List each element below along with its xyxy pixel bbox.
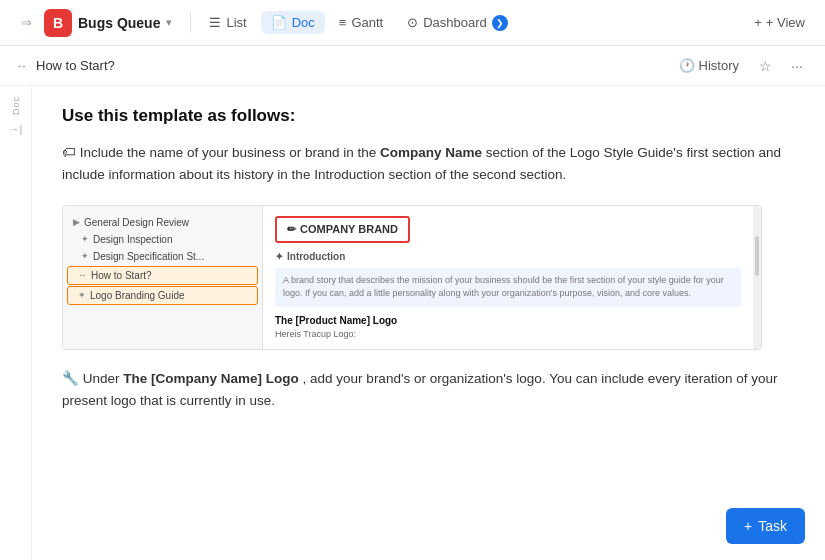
tab-list[interactable]: ☰ List	[199, 11, 256, 34]
intro-badge: ✦ Introduction	[275, 251, 741, 262]
tab-doc[interactable]: 📄 Doc	[261, 11, 325, 34]
sidebar-arrow: →|	[9, 123, 23, 135]
tracup-text: Hereis Tracup Logo:	[275, 329, 741, 339]
breadcrumb-actions: 🕐 History ☆ ···	[673, 54, 809, 78]
tree-item-howtostart: ↔ How to Start?	[67, 266, 258, 285]
embedded-content-panel: ✏ COMPANY BRAND ✦ Introduction A brand s…	[263, 206, 753, 349]
tree-item-logo-branding: ✦ Logo Branding Guide	[67, 286, 258, 305]
tab-list-label: List	[226, 15, 246, 30]
add-view-button[interactable]: + + View	[746, 11, 813, 34]
more-icon: ···	[791, 58, 803, 74]
history-label: History	[699, 58, 739, 73]
embedded-tree-panel: ▶ General Design Review ✦ Design Inspect…	[63, 206, 263, 349]
tree-dot-icon: ✦	[78, 290, 86, 300]
company-brand-text: COMPANY BRAND	[300, 223, 398, 235]
doc-icon: 📄	[271, 15, 287, 30]
paragraph2-prefix: Under	[83, 371, 124, 386]
tab-gantt-label: Gantt	[351, 15, 383, 30]
left-sidebar: Doc →|	[0, 86, 32, 560]
paragraph2-emoji: 🔧	[62, 371, 79, 386]
intro-label: Introduction	[287, 251, 345, 262]
company-brand-label: ✏ COMPANY BRAND	[275, 216, 410, 243]
workspace-logo: B	[44, 9, 72, 37]
nav-divider	[190, 13, 191, 33]
tree-arrows-icon: ↔	[78, 270, 87, 280]
embedded-scrollbar	[753, 206, 761, 349]
paragraph1-text: Include the name of your business or bra…	[76, 145, 380, 160]
paragraph1-emoji: 🏷	[62, 145, 76, 160]
tree-item-inspection: ✦ Design Inspection	[63, 231, 262, 248]
doc-heading: Use this template as follows:	[62, 106, 785, 126]
top-navigation: ⇒ B Bugs Queue ▾ ☰ List 📄 Doc ≡ Gantt ⊙ …	[0, 0, 825, 46]
brand-story-text: A brand story that describes the mission…	[275, 268, 741, 307]
view-label: + View	[766, 15, 805, 30]
product-logo-label: The [Product Name] Logo	[275, 315, 741, 326]
task-plus-icon: +	[744, 518, 752, 534]
star-icon: ☆	[759, 58, 772, 74]
tab-gantt[interactable]: ≡ Gantt	[329, 11, 393, 34]
doc-content: Use this template as follows: 🏷 Include …	[32, 86, 825, 560]
workspace-name: Bugs Queue	[78, 15, 160, 31]
tree-item-specification: ✦ Design Specification St...	[63, 248, 262, 265]
dashboard-badge: ❯	[492, 15, 508, 31]
star-button[interactable]: ☆	[753, 54, 777, 78]
paragraph2-bold: The [Company Name] Logo	[123, 371, 299, 386]
tree-expand-icon: ▶	[73, 217, 80, 227]
history-clock-icon: 🕐	[679, 58, 695, 73]
tree-item-general-design: ▶ General Design Review	[63, 214, 262, 231]
plus-icon: +	[754, 15, 762, 30]
doc-paragraph-2: 🔧 Under The [Company Name] Logo , add yo…	[62, 368, 785, 413]
pencil-icon: ✏	[287, 223, 296, 236]
tree-dot-icon: ✦	[81, 234, 89, 244]
gantt-icon: ≡	[339, 15, 347, 30]
embedded-screenshot: ▶ General Design Review ✦ Design Inspect…	[62, 205, 762, 350]
intro-icon: ✦	[275, 251, 283, 262]
tree-dot-icon: ✦	[81, 251, 89, 261]
doc-paragraph-1: 🏷 Include the name of your business or b…	[62, 142, 785, 187]
history-button[interactable]: 🕐 History	[673, 55, 745, 76]
tab-dashboard[interactable]: ⊙ Dashboard ❯	[397, 11, 518, 35]
tree-item-label: General Design Review	[84, 217, 189, 228]
paragraph1-bold: Company Name	[380, 145, 482, 160]
breadcrumb-bar: ↔ How to Start? 🕐 History ☆ ···	[0, 46, 825, 86]
scrollbar-thumb	[755, 236, 759, 276]
workspace-chevron-icon[interactable]: ▾	[166, 16, 172, 29]
dashboard-icon: ⊙	[407, 15, 418, 30]
logo-letter: B	[53, 15, 63, 31]
breadcrumb-nav-arrows: ↔	[16, 59, 28, 73]
tab-doc-label: Doc	[292, 15, 315, 30]
page-title: How to Start?	[36, 58, 673, 73]
expand-icon: ⇒	[21, 15, 32, 30]
tree-item-label: Design Specification St...	[93, 251, 204, 262]
list-icon: ☰	[209, 15, 221, 30]
expand-sidebar-button[interactable]: ⇒	[12, 9, 40, 37]
content-area: Doc →| Use this template as follows: 🏷 I…	[0, 86, 825, 560]
task-label: Task	[758, 518, 787, 534]
tree-item-label: Logo Branding Guide	[90, 290, 185, 301]
tab-dashboard-label: Dashboard	[423, 15, 487, 30]
sidebar-doc-label: Doc	[11, 96, 21, 115]
tree-item-label: Design Inspection	[93, 234, 173, 245]
more-options-button[interactable]: ···	[785, 54, 809, 78]
tree-item-label: How to Start?	[91, 270, 152, 281]
add-task-button[interactable]: + Task	[726, 508, 805, 544]
